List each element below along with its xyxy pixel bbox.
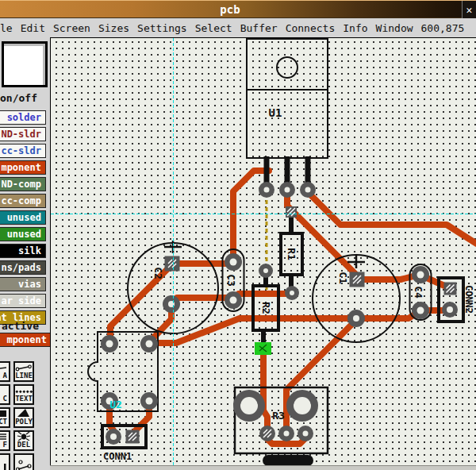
- tool-poly-button[interactable]: POLY: [13, 407, 34, 428]
- close-button[interactable]: ✕: [462, 1, 476, 19]
- trace-c2pad-to-c3bottom[interactable]: [171, 298, 233, 303]
- menu-info[interactable]: Info: [343, 22, 367, 34]
- del-bug-icon: [17, 431, 31, 441]
- canvas-bottom-border: [50, 465, 476, 470]
- label-conn2: CONN2: [463, 285, 474, 314]
- r2-pads[interactable]: [259, 264, 273, 278]
- c2-pads[interactable]: [163, 256, 180, 314]
- c1-pads[interactable]: [347, 272, 365, 328]
- u1-pins[interactable]: [259, 182, 316, 198]
- label-conn1: CONN1: [103, 451, 132, 462]
- buffer-icon: [0, 433, 7, 441]
- menu-window[interactable]: Window: [376, 22, 413, 34]
- tool-text-button[interactable]: TEXT: [13, 384, 34, 405]
- layers-onoff-label: on/off: [0, 92, 37, 104]
- side-panel: on/off solder ND-sldr cc-sldr mponent ND…: [0, 37, 50, 470]
- tool-insert-point-button[interactable]: [13, 453, 34, 470]
- tool-del-button[interactable]: DEL: [13, 430, 34, 451]
- label-c3: C3: [225, 274, 237, 287]
- window-title: pcb: [0, 3, 460, 16]
- via-icon: [0, 365, 7, 372]
- active-layer-label: active: [2, 320, 39, 332]
- conn1-pads[interactable]: [106, 429, 140, 445]
- text-icon: [15, 389, 33, 395]
- trace-c1-to-conn2-bottom[interactable]: [356, 310, 450, 318]
- tool-label: F: [3, 441, 7, 449]
- layer-toggle-list: solder ND-sldr cc-sldr mponent ND-comp c…: [0, 110, 46, 325]
- layout-canvas[interactable]: U1 C2 C1 C3 C4 R1 R2 R3 U2 CONN1 CONN2: [50, 37, 476, 465]
- partial-icon: [2, 464, 7, 470]
- title-bar[interactable]: pcb ✕: [0, 0, 476, 18]
- tool-label: DEL: [17, 441, 30, 449]
- trace-c1-to-conn2-top[interactable]: [359, 275, 450, 288]
- label-u1: U1: [269, 106, 282, 119]
- menu-connects[interactable]: Connects: [286, 22, 336, 34]
- tool-label: A: [3, 372, 7, 379]
- tool-buf-button-clipped[interactable]: F: [0, 430, 10, 451]
- menu-screen[interactable]: Screen: [53, 22, 90, 34]
- menu-file[interactable]: le: [0, 22, 13, 34]
- label-r2: R2: [260, 302, 272, 314]
- menu-sizes[interactable]: Sizes: [98, 22, 129, 34]
- layer-toggle-vcc-comp[interactable]: cc-comp: [0, 194, 46, 208]
- poly-icon: [16, 408, 32, 418]
- layer-toggle-unused-1[interactable]: unused: [0, 210, 46, 225]
- tool-label: LINE: [15, 372, 33, 379]
- menu-buffer[interactable]: Buffer: [240, 22, 278, 34]
- trace-greenpad-to-r3[interactable]: [263, 355, 267, 432]
- conn2-pads[interactable]: [442, 283, 458, 318]
- tool-palette: A LINE C: [0, 361, 34, 470]
- component-c1[interactable]: [313, 255, 400, 342]
- tool-label: C: [3, 395, 7, 403]
- layer-toggle-silk[interactable]: silk: [0, 244, 46, 258]
- tool-label: POLY: [15, 418, 33, 426]
- menu-bar: le Edit Screen Sizes Settings Select Buf…: [0, 18, 476, 37]
- pcb-window: pcb ✕ le Edit Screen Sizes Settings Sele…: [0, 0, 476, 470]
- component-u1[interactable]: [247, 39, 328, 187]
- tool-rect-button-clipped[interactable]: CT: [0, 407, 10, 428]
- insert-point-icon: [15, 460, 33, 470]
- board-drawing[interactable]: U1 C2 C1 C3 C4 R1 R2 R3 U2 CONN1 CONN2: [51, 38, 476, 466]
- menu-edit[interactable]: Edit: [21, 22, 45, 34]
- label-r3: R3: [272, 410, 285, 422]
- label-u2: U2: [109, 399, 122, 410]
- layer-toggle-far-side[interactable]: ar side: [0, 294, 46, 308]
- layer-toggle-vcc-sldr[interactable]: cc-sldr: [0, 144, 46, 158]
- tool-label: CT: [0, 418, 7, 426]
- layer-toggle-unused-2[interactable]: unused: [0, 227, 46, 241]
- layer-toggle-vias[interactable]: vias: [0, 277, 46, 291]
- menu-settings[interactable]: Settings: [137, 22, 187, 34]
- trace-u1pin3-right[interactable]: [308, 192, 476, 244]
- board-preview-thumbnail[interactable]: [2, 41, 48, 87]
- label-c2: C2: [152, 267, 164, 279]
- tool-arc-button-clipped[interactable]: C: [0, 384, 10, 405]
- layer-toggle-gnd-sldr[interactable]: ND-sldr: [0, 127, 46, 141]
- active-layer-button[interactable]: mponent: [0, 333, 50, 347]
- layer-toggle-gnd-comp[interactable]: ND-comp: [0, 177, 46, 191]
- tool-via-button-clipped[interactable]: A: [0, 361, 10, 382]
- tool-clipped-bottom-left[interactable]: [0, 453, 10, 470]
- rect-icon: [0, 410, 7, 418]
- r2-selected-pad[interactable]: [255, 342, 271, 355]
- label-c1: C1: [337, 272, 349, 284]
- cursor-coordinates: 600,875: [421, 22, 465, 34]
- layer-toggle-component[interactable]: mponent: [0, 160, 46, 175]
- line-icon: [15, 364, 33, 372]
- close-icon: ✕: [466, 4, 473, 16]
- label-r1: R1: [286, 248, 298, 260]
- layer-toggle-solder[interactable]: solder: [0, 110, 46, 125]
- tool-label: TEXT: [15, 395, 33, 403]
- layer-toggle-pins-pads[interactable]: ns/pads: [0, 260, 46, 275]
- tool-line-button[interactable]: LINE: [13, 361, 34, 382]
- label-c4: C4: [413, 286, 424, 299]
- menu-select[interactable]: Select: [195, 22, 232, 34]
